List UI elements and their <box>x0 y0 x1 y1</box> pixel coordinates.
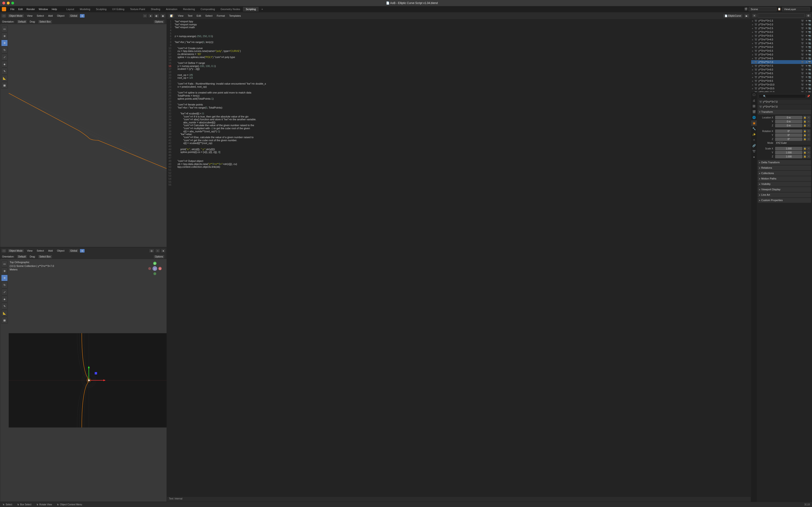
props-search[interactable] <box>759 94 806 98</box>
tab-modeling[interactable]: Modeling <box>77 7 93 11</box>
text-menu-select[interactable]: Select <box>204 13 215 18</box>
camera-icon[interactable]: 📷 <box>808 38 811 41</box>
tool-cursor[interactable]: ⊕ <box>1 33 8 39</box>
tab-uv-editing[interactable]: UV Editing <box>109 7 127 11</box>
eye-icon[interactable]: 👁 <box>805 57 808 60</box>
vp-menu-select[interactable]: Select <box>35 248 46 253</box>
tool-annotate[interactable]: ✎ <box>1 68 8 74</box>
outliner-item[interactable]: ▸➰y**2=x**3+6.0➰ 👁📷 <box>751 53 812 56</box>
tool-measure[interactable]: 📐 <box>1 310 8 317</box>
object-crumb[interactable]: y**2=x**3+7.0 <box>763 101 777 103</box>
camera-icon[interactable]: 📷 <box>808 27 811 30</box>
tool-rotate[interactable]: ↻ <box>1 282 8 288</box>
camera-icon[interactable]: 📷 <box>808 72 811 75</box>
tab-compositing[interactable]: Compositing <box>198 7 218 11</box>
text-menu-view[interactable]: View <box>176 13 185 18</box>
text-menu-edit[interactable]: Edit <box>195 13 203 18</box>
panel-relations[interactable]: Relations <box>758 165 811 170</box>
ptab-world[interactable]: 🌐 <box>751 115 757 120</box>
eye-icon[interactable]: 👁 <box>805 83 808 86</box>
ptab-constraints[interactable]: 🔗 <box>751 143 757 149</box>
vp-menu-add[interactable]: Add <box>46 248 55 253</box>
orient-select[interactable]: Global <box>69 14 79 18</box>
panel-viewport-display[interactable]: Viewport Display <box>758 187 811 192</box>
text-menu-format[interactable]: Format <box>215 13 227 18</box>
vp-menu-object[interactable]: Object <box>55 13 66 18</box>
vp-menu-add[interactable]: Add <box>46 13 55 18</box>
outliner-item[interactable]: ▸➰y**2=x**3+3.0➰ 👁📷 <box>751 30 812 34</box>
ptab-material[interactable]: ● <box>751 154 757 160</box>
tool-select-box[interactable]: ▭ <box>1 25 8 32</box>
panel-line-art[interactable]: Line Art <box>758 192 811 198</box>
outliner-item[interactable]: ▸➰y**2=x**3+8.0➰ 👁📷 <box>751 68 812 71</box>
outliner-item[interactable]: ▸➰y**2=x**3+6.5➰ 👁📷 <box>751 56 812 60</box>
outliner-item[interactable]: ▸➰y**2=x**3+4.5➰ 👁📷 <box>751 41 812 45</box>
eye-icon[interactable]: 👁 <box>805 68 808 71</box>
panel-collections[interactable]: Collections <box>758 171 811 176</box>
eye-icon[interactable]: 👁 <box>805 61 808 63</box>
outliner-item[interactable]: ▸➰y**2=x**3+5.0➰ 👁📷 <box>751 45 812 49</box>
camera-icon[interactable]: 📷 <box>808 87 811 90</box>
eye-icon[interactable]: 👁 <box>805 27 808 30</box>
options-dropdown[interactable]: Options <box>154 20 165 24</box>
loc-x[interactable]: 0 m <box>775 116 802 119</box>
viewport-3d-top[interactable] <box>9 24 167 247</box>
camera-icon[interactable]: 📷 <box>808 76 811 78</box>
outliner-item[interactable]: ▸➰y**2=x**3+2.0➰ 👁📷 <box>751 22 812 26</box>
text-datablock[interactable]: 📄 EllipticCurve <box>723 14 743 18</box>
tool-measure[interactable]: 📐 <box>1 75 8 81</box>
mode-select[interactable]: Object Mode <box>7 14 24 18</box>
nav-gizmo[interactable]: Y X Z <box>148 262 162 276</box>
loc-z[interactable]: 0 m <box>775 124 802 127</box>
camera-icon[interactable]: 📷 <box>808 35 811 37</box>
tool-scale[interactable]: ⤢ <box>1 289 8 295</box>
scene-name-input[interactable] <box>749 7 777 11</box>
tab-shading[interactable]: Shading <box>148 7 163 11</box>
outliner-type[interactable]: ≡ <box>752 14 757 18</box>
menu-file[interactable]: File <box>8 7 16 11</box>
orient-select[interactable]: Global <box>69 249 79 253</box>
overlay-toggle[interactable]: ◎ <box>149 249 154 253</box>
orientation-default[interactable]: Default <box>17 20 27 24</box>
eye-icon[interactable]: 👁 <box>805 50 808 52</box>
editor-type-icon[interactable]: ⬚ <box>1 249 7 253</box>
scale-x[interactable]: 1.000 <box>775 147 802 150</box>
data-crumb[interactable]: y**2=x**3+7.0 <box>763 106 777 108</box>
tool-annotate[interactable]: ✎ <box>1 303 8 309</box>
ptab-modifier[interactable]: 🔧 <box>751 126 757 131</box>
tool-transform[interactable]: ◈ <box>1 296 8 302</box>
outliner-item[interactable]: ▸➰y**2=x**3+7.5➰ 👁📷 <box>751 64 812 68</box>
keyframe-icon[interactable]: • <box>807 116 811 119</box>
panel-delta-transform[interactable]: Delta Transform <box>758 160 811 165</box>
outliner-item[interactable]: ▸➰y**2=x**3+1.5➰ 👁📷 <box>751 19 812 22</box>
outliner-item[interactable]: ▸➰y**2=x**3+3.5➰ 👁📷 <box>751 34 812 38</box>
shading-wireframe[interactable]: ○ <box>155 249 160 253</box>
camera-icon[interactable]: 📷 <box>808 68 811 71</box>
tool-add[interactable]: ▦ <box>1 317 8 324</box>
scale-z[interactable]: 1.000 <box>775 155 802 158</box>
ptab-object[interactable]: ▣ <box>751 120 757 126</box>
camera-icon[interactable]: 📷 <box>808 50 811 52</box>
eye-icon[interactable]: 👁 <box>805 38 808 41</box>
camera-icon[interactable]: 📷 <box>808 42 811 45</box>
tab-texture-paint[interactable]: Texture Paint <box>127 7 148 11</box>
outliner-search[interactable] <box>758 13 805 18</box>
eye-icon[interactable]: 👁 <box>805 19 808 22</box>
ptab-physics[interactable]: ⚛ <box>751 137 757 143</box>
camera-icon[interactable]: 📷 <box>808 46 811 48</box>
tab-sculpting[interactable]: Sculpting <box>93 7 109 11</box>
vp-menu-view[interactable]: View <box>25 13 35 18</box>
rot-y[interactable]: 0° <box>775 133 802 137</box>
outliner-item[interactable]: ▸➰y**2=x**3+10.0➰ 👁📷 <box>751 83 812 87</box>
camera-icon[interactable]: 📷 <box>808 19 811 22</box>
mode-select[interactable]: Object Mode <box>7 249 24 253</box>
panel-visibility[interactable]: Visibility <box>758 182 811 186</box>
vp-menu-view[interactable]: View <box>25 248 35 253</box>
shading-rendered[interactable]: ◉ <box>160 14 166 18</box>
ptab-scene[interactable]: 🎬 <box>751 109 757 115</box>
snap-toggle[interactable]: ⊕ <box>80 249 85 253</box>
tool-select-box[interactable]: ▭ <box>1 261 8 267</box>
panel-motion-paths[interactable]: Motion Paths <box>758 176 811 181</box>
camera-icon[interactable]: 📷 <box>808 83 811 86</box>
ptab-particles[interactable]: ✨ <box>751 131 757 137</box>
